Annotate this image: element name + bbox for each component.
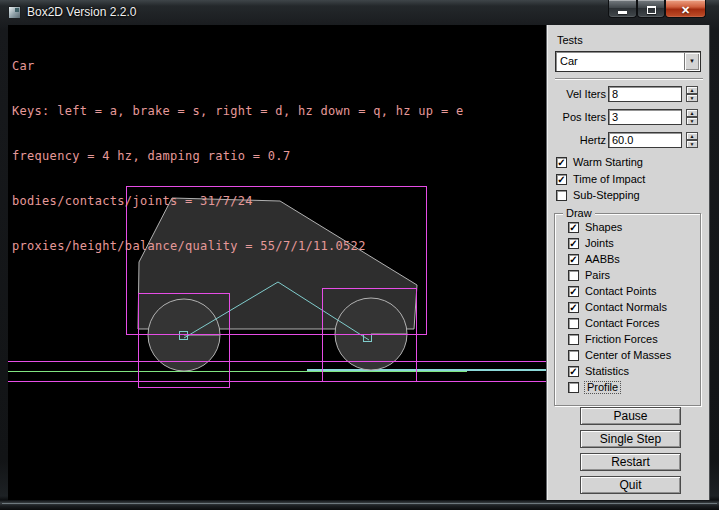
close-icon: ✕ bbox=[681, 4, 690, 16]
checkbox-label: Contact Points bbox=[585, 286, 657, 297]
spin-down-icon[interactable]: ▼ bbox=[686, 94, 698, 102]
hud-line-proxies: proxies/height/balance/quality = 55/7/1/… bbox=[12, 239, 463, 254]
minimize-button[interactable] bbox=[608, 0, 637, 18]
simulation-canvas[interactable]: Car Keys: left = a, brake = s, right = d… bbox=[8, 25, 546, 500]
checkbox-label: AABBs bbox=[585, 254, 620, 265]
spin-down-icon[interactable]: ▼ bbox=[686, 140, 698, 148]
checkbox-label: Joints bbox=[585, 238, 614, 249]
hud-line-keys: Keys: left = a, brake = s, right = d, hz… bbox=[12, 104, 463, 119]
spin-down-icon[interactable]: ▼ bbox=[686, 117, 698, 125]
checkbox-label: Center of Masses bbox=[585, 350, 671, 361]
tests-dropdown[interactable]: Car ▼ bbox=[555, 51, 701, 72]
checkbox-statistics[interactable]: ✓ bbox=[568, 366, 579, 377]
checkbox-contact-points[interactable]: ✓ bbox=[568, 286, 579, 297]
checkbox-joints[interactable]: ✓ bbox=[568, 238, 579, 249]
hud-text: Car Keys: left = a, brake = s, right = d… bbox=[12, 29, 463, 284]
checkbox-label: Warm Starting bbox=[573, 157, 643, 168]
checkbox-aabbs[interactable]: ✓ bbox=[568, 254, 579, 265]
app-icon bbox=[8, 6, 21, 19]
restart-button[interactable]: Restart bbox=[580, 453, 681, 471]
window-title: Box2D Version 2.2.0 bbox=[27, 5, 136, 19]
pause-button[interactable]: Pause bbox=[580, 407, 681, 425]
hud-line-frequency: frequency = 4 hz, damping ratio = 0.7 bbox=[12, 149, 463, 164]
minimize-icon bbox=[618, 11, 627, 14]
checkbox-time-of-impact[interactable]: ✓ bbox=[556, 174, 567, 185]
checkbox-label: Profile bbox=[585, 382, 620, 393]
chevron-down-icon[interactable]: ▼ bbox=[684, 53, 699, 70]
checkbox-sub-stepping[interactable] bbox=[556, 190, 567, 201]
hertz-label: Hertz bbox=[547, 134, 606, 146]
checkbox-label: Shapes bbox=[585, 222, 622, 233]
pos-iters-label: Pos Iters bbox=[547, 111, 606, 123]
vel-iters-stepper: ▲ ▼ bbox=[686, 86, 698, 102]
separator bbox=[555, 78, 703, 80]
checkbox-contact-forces[interactable] bbox=[568, 318, 579, 329]
maximize-button[interactable] bbox=[637, 0, 665, 18]
hertz-row: Hertz 60.0 ▲ ▼ bbox=[547, 132, 711, 148]
spin-up-icon[interactable]: ▲ bbox=[686, 132, 698, 140]
checkbox-pairs[interactable] bbox=[568, 270, 579, 281]
vel-iters-input[interactable]: 8 bbox=[608, 86, 682, 102]
hud-line-counts: bodies/contacts/joints = 31/7/24 bbox=[12, 194, 463, 209]
vel-iters-label: Vel Iters bbox=[547, 88, 606, 100]
quit-button[interactable]: Quit bbox=[580, 476, 681, 494]
checkbox-center-of-masses[interactable] bbox=[568, 350, 579, 361]
draw-group-label: Draw bbox=[563, 207, 595, 219]
checkbox-label: Sub-Stepping bbox=[573, 190, 640, 201]
pos-iters-input[interactable]: 3 bbox=[608, 109, 682, 125]
checkbox-label: Statistics bbox=[585, 366, 629, 377]
vel-iters-row: Vel Iters 8 ▲ ▼ bbox=[547, 86, 711, 102]
app-window: Box2D Version 2.2.0 ✕ bbox=[0, 0, 719, 510]
close-button[interactable]: ✕ bbox=[665, 0, 706, 18]
tests-dropdown-value: Car bbox=[560, 55, 578, 67]
tests-label: Tests bbox=[557, 34, 583, 46]
title-bar[interactable]: Box2D Version 2.2.0 ✕ bbox=[0, 0, 719, 25]
checkbox-label: Time of Impact bbox=[573, 174, 645, 185]
checkbox-contact-normals[interactable]: ✓ bbox=[568, 302, 579, 313]
checkbox-label: Friction Forces bbox=[585, 334, 658, 345]
single-step-button[interactable]: Single Step bbox=[580, 430, 681, 448]
checkbox-warm-starting[interactable]: ✓ bbox=[556, 157, 567, 168]
control-panel: Tests Car ▼ Vel Iters 8 ▲ ▼ Pos Iters 3 … bbox=[546, 25, 710, 500]
maximize-icon bbox=[647, 6, 656, 14]
pos-iters-stepper: ▲ ▼ bbox=[686, 109, 698, 125]
checkbox-profile[interactable] bbox=[568, 382, 579, 393]
spin-up-icon[interactable]: ▲ bbox=[686, 86, 698, 94]
checkbox-friction-forces[interactable] bbox=[568, 334, 579, 345]
checkbox-label: Pairs bbox=[585, 270, 610, 281]
hertz-stepper: ▲ ▼ bbox=[686, 132, 698, 148]
hud-line-test-name: Car bbox=[12, 59, 463, 74]
pos-iters-row: Pos Iters 3 ▲ ▼ bbox=[547, 109, 711, 125]
spin-up-icon[interactable]: ▲ bbox=[686, 109, 698, 117]
checkbox-label: Contact Normals bbox=[585, 302, 667, 313]
checkbox-label: Contact Forces bbox=[585, 318, 660, 329]
checkbox-shapes[interactable]: ✓ bbox=[568, 222, 579, 233]
hertz-input[interactable]: 60.0 bbox=[608, 132, 682, 148]
